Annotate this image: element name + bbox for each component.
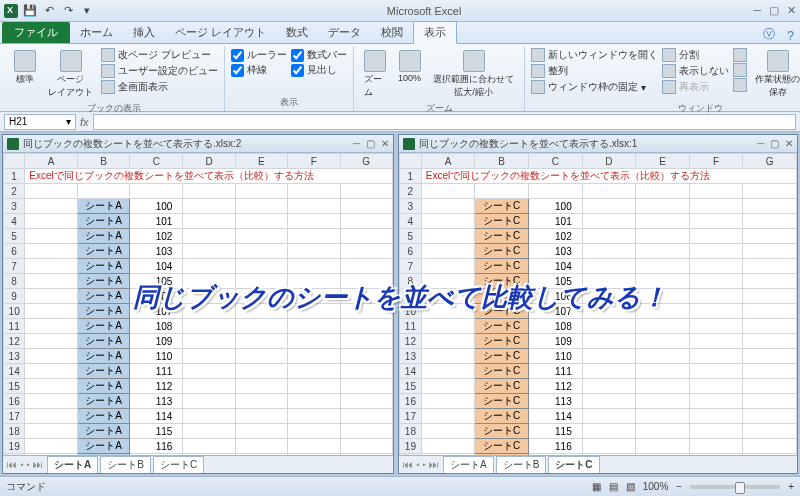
page-layout-button[interactable]: ページ レイアウト [44, 48, 97, 101]
value-cell[interactable]: 111 [130, 364, 183, 379]
col-header[interactable]: D [183, 154, 235, 169]
row-header[interactable]: 3 [400, 199, 422, 214]
col-header[interactable]: F [288, 154, 340, 169]
value-cell[interactable]: 100 [130, 199, 183, 214]
value-cell[interactable]: 101 [130, 214, 183, 229]
value-cell[interactable]: 116 [130, 439, 183, 454]
sheet-nav-icons[interactable]: ⏮◂▸⏭ [403, 459, 441, 470]
headings-checkbox[interactable]: 見出し [291, 63, 347, 77]
new-window-button[interactable]: 新しいウィンドウを開く [531, 48, 658, 62]
arrange-all-button[interactable]: 整列 [531, 64, 658, 78]
value-cell[interactable]: 108 [528, 319, 582, 334]
row-header[interactable]: 12 [4, 334, 25, 349]
value-cell[interactable]: 103 [528, 244, 582, 259]
file-tab[interactable]: ファイル [2, 22, 70, 43]
sheet-label-cell[interactable]: シートC [475, 439, 529, 454]
name-box[interactable]: H21▾ [4, 114, 76, 130]
sheet-label-cell[interactable]: シートA [77, 229, 130, 244]
sheet-label-cell[interactable]: シートA [77, 439, 130, 454]
sheet-label-cell[interactable]: シートA [77, 409, 130, 424]
row-header[interactable]: 5 [400, 229, 422, 244]
minimize-icon[interactable]: ─ [353, 138, 360, 149]
formula-input[interactable] [93, 114, 796, 130]
value-cell[interactable]: 106 [130, 289, 183, 304]
col-header[interactable]: B [77, 154, 130, 169]
row-header[interactable]: 17 [400, 409, 422, 424]
row-header[interactable]: 12 [400, 334, 422, 349]
value-cell[interactable]: 108 [130, 319, 183, 334]
row-header[interactable]: 11 [400, 319, 422, 334]
select-all-corner[interactable] [4, 154, 25, 169]
page-break-preview-button[interactable]: 改ページ プレビュー [101, 48, 218, 62]
maximize-icon[interactable]: ▢ [366, 138, 375, 149]
value-cell[interactable]: 104 [528, 259, 582, 274]
zoom-out-icon[interactable]: − [676, 481, 682, 492]
sheet-label-cell[interactable]: シートC [475, 244, 529, 259]
row-header[interactable]: 20 [4, 454, 25, 456]
full-screen-button[interactable]: 全画面表示 [101, 80, 218, 94]
zoom-button[interactable]: ズーム [360, 48, 390, 101]
sheet-tab[interactable]: シートB [496, 456, 547, 473]
col-header[interactable]: G [340, 154, 392, 169]
row-header[interactable]: 18 [4, 424, 25, 439]
row-header[interactable]: 19 [4, 439, 25, 454]
sheet-label-cell[interactable]: シートA [77, 244, 130, 259]
tab-view[interactable]: 表示 [413, 21, 457, 44]
view-normal-icon[interactable]: ▦ [592, 481, 601, 492]
row-header[interactable]: 16 [4, 394, 25, 409]
value-cell[interactable]: 107 [130, 304, 183, 319]
value-cell[interactable]: 112 [528, 379, 582, 394]
sheet-label-cell[interactable]: シートA [77, 364, 130, 379]
row-header[interactable]: 13 [400, 349, 422, 364]
row-header[interactable]: 2 [4, 184, 25, 199]
sheet-label-cell[interactable]: シートA [77, 349, 130, 364]
value-cell[interactable]: 104 [130, 259, 183, 274]
row-header[interactable]: 14 [400, 364, 422, 379]
value-cell[interactable]: 107 [528, 304, 582, 319]
formula-bar-checkbox[interactable]: 数式バー [291, 48, 347, 62]
row-header[interactable]: 9 [400, 289, 422, 304]
sheet-label-cell[interactable]: シートC [475, 229, 529, 244]
maximize-icon[interactable]: ▢ [770, 138, 779, 149]
value-cell[interactable]: 116 [528, 439, 582, 454]
sheet-label-cell[interactable]: シートA [77, 319, 130, 334]
sheet-label-cell[interactable]: シートC [475, 274, 529, 289]
heading-cell[interactable]: Excelで同じブックの複数シートを並べて表示（比較）する方法 [25, 169, 393, 184]
row-header[interactable]: 19 [400, 439, 422, 454]
row-header[interactable]: 2 [400, 184, 422, 199]
row-header[interactable]: 7 [4, 259, 25, 274]
tab-data[interactable]: データ [318, 22, 371, 43]
redo-icon[interactable]: ↷ [60, 3, 76, 19]
sheet-label-cell[interactable]: シートC [475, 304, 529, 319]
sheet-nav-icons[interactable]: ⏮◂▸⏭ [7, 459, 45, 470]
col-header[interactable]: E [636, 154, 690, 169]
col-header[interactable]: G [743, 154, 797, 169]
sheet-label-cell[interactable]: シートC [475, 259, 529, 274]
view-break-icon[interactable]: ▧ [626, 481, 635, 492]
zoom-selection-button[interactable]: 選択範囲に合わせて 拡大/縮小 [429, 48, 518, 101]
freeze-panes-button[interactable]: ウィンドウ枠の固定▾ [531, 80, 658, 94]
col-header[interactable]: C [130, 154, 183, 169]
sheet-label-cell[interactable]: シートC [475, 454, 529, 456]
row-header[interactable]: 6 [4, 244, 25, 259]
col-header[interactable]: E [235, 154, 287, 169]
row-header[interactable]: 10 [400, 304, 422, 319]
sheet-label-cell[interactable]: シートC [475, 379, 529, 394]
sheet-tab[interactable]: シートB [100, 456, 151, 473]
value-cell[interactable]: 105 [130, 274, 183, 289]
sheet-label-cell[interactable]: シートC [475, 364, 529, 379]
sheet-tab[interactable]: シートC [548, 456, 599, 473]
sheet-label-cell[interactable]: シートC [475, 199, 529, 214]
row-header[interactable]: 8 [400, 274, 422, 289]
minimize-icon[interactable]: ─ [753, 4, 761, 17]
hide-button[interactable]: 表示しない [662, 64, 729, 78]
tab-insert[interactable]: 挿入 [123, 22, 165, 43]
sheet-label-cell[interactable]: シートA [77, 334, 130, 349]
value-cell[interactable]: 106 [528, 289, 582, 304]
sheet-label-cell[interactable]: シートC [475, 409, 529, 424]
row-header[interactable]: 8 [4, 274, 25, 289]
help-icon[interactable]: ? [781, 29, 800, 43]
sheet-label-cell[interactable]: シートC [475, 394, 529, 409]
normal-view-button[interactable]: 標準 [10, 48, 40, 88]
sheet-label-cell[interactable]: シートC [475, 334, 529, 349]
